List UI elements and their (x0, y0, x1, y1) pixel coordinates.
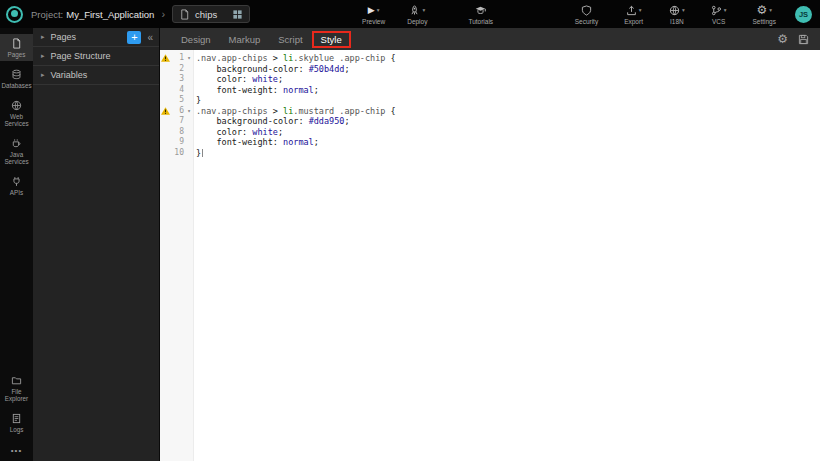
code-line[interactable]: 2 background-color: #50b4dd; (160, 64, 820, 75)
line-number: 6 (171, 106, 184, 117)
tab-script[interactable]: Script (269, 31, 311, 48)
code-text: .nav.app-chips > li.skyblue .app-chip { (194, 53, 396, 64)
sidebar-item-java-services[interactable]: Java Services (0, 134, 33, 168)
sidebar-item-pages[interactable]: Pages (0, 34, 33, 61)
database-icon (11, 69, 22, 80)
code-line[interactable]: 5} (160, 95, 820, 106)
style-code-editor[interactable]: 1▾.nav.app-chips > li.skyblue .app-chip … (160, 50, 820, 461)
fold-marker[interactable]: ▾ (184, 53, 194, 64)
more-options-button[interactable]: ••• (11, 440, 22, 457)
graduation-cap-icon (475, 5, 486, 16)
tab-style[interactable]: Style (312, 31, 351, 48)
chevron-down-icon[interactable]: ▾ (682, 7, 685, 13)
warning-icon[interactable] (160, 107, 171, 115)
code-line[interactable]: 1▾.nav.app-chips > li.skyblue .app-chip … (160, 53, 820, 64)
code-text: font-weight: normal; (194, 85, 319, 96)
sidebar-item-apis[interactable]: APIs (0, 172, 33, 199)
export-icon (626, 5, 637, 16)
chevron-down-icon[interactable]: ▾ (377, 7, 380, 13)
sidebar-item-label: Databases (1, 82, 32, 89)
line-number: 10 (171, 148, 184, 159)
settings-label: Settings (753, 18, 777, 25)
wavemaker-logo[interactable] (6, 6, 23, 23)
chevron-down-icon[interactable]: ▾ (639, 7, 642, 13)
save-icon[interactable] (798, 34, 809, 45)
code-text: .nav.app-chips > li.mustard .app-chip { (194, 106, 396, 117)
page-file-icon (179, 9, 190, 20)
vcs-button[interactable]: ▾ VCS (711, 4, 727, 25)
topbar: Project:My_First_Application › chips ▶ ▾… (0, 0, 820, 28)
user-avatar[interactable]: JS (795, 6, 812, 23)
tabbar-right-actions: ⚙ (777, 33, 820, 45)
preview-button[interactable]: ▶ ▾ Preview (362, 4, 385, 25)
code-text: } (194, 95, 201, 106)
sidebar-bottom: File Explorer Logs ••• (0, 371, 33, 461)
export-button[interactable]: ▾ Export (624, 4, 643, 25)
page-switcher-grid-icon[interactable] (232, 9, 243, 20)
topbar-right-actions: Security ▾ Export ▾ I18N (564, 4, 787, 25)
gear-icon: ⚙ (756, 4, 767, 16)
editor-tabbar: Design Markup Script Style ⚙ (160, 28, 820, 50)
fold-marker[interactable]: ▾ (184, 106, 194, 117)
chevron-down-icon[interactable]: ▾ (769, 7, 772, 13)
pages-icon (11, 38, 22, 49)
tab-markup[interactable]: Markup (220, 31, 270, 48)
code-line[interactable]: 3 color: white; (160, 74, 820, 85)
security-button[interactable]: Security (575, 4, 598, 25)
settings-button[interactable]: ⚙ ▾ Settings (753, 4, 777, 25)
text-cursor (202, 149, 203, 157)
sidebar-item-label: File Explorer (1, 388, 32, 402)
page-settings-gear-icon[interactable]: ⚙ (777, 33, 788, 45)
chevron-right-icon[interactable]: ▸ (41, 52, 45, 60)
code-lines: 1▾.nav.app-chips > li.skyblue .app-chip … (160, 50, 820, 158)
panel-section-pages[interactable]: ▸ Pages + « (33, 28, 159, 47)
panel-section-variables[interactable]: ▸ Variables (33, 66, 159, 85)
line-number: 3 (171, 74, 184, 85)
tab-design[interactable]: Design (172, 31, 220, 48)
line-number: 7 (171, 116, 184, 127)
project-name[interactable]: My_First_Application (66, 9, 154, 20)
add-page-button[interactable]: + (127, 31, 141, 44)
code-text: color: white; (194, 127, 283, 138)
security-label: Security (575, 18, 598, 25)
project-label: Project: (31, 9, 63, 20)
code-text: background-color: #50b4dd; (194, 64, 350, 75)
sidebar-item-web-services[interactable]: Web Services (0, 96, 33, 130)
code-line[interactable]: 9 font-weight: normal; (160, 137, 820, 148)
code-line[interactable]: 8 color: white; (160, 127, 820, 138)
open-page-tab[interactable]: chips (172, 5, 250, 23)
coffee-cup-icon (11, 138, 22, 149)
panel-section-page-structure[interactable]: ▸ Page Structure (33, 47, 159, 66)
code-text: background-color: #dda950; (194, 116, 350, 127)
branch-icon (711, 5, 722, 16)
chevron-down-icon[interactable]: ▾ (724, 7, 727, 13)
breadcrumb-chevron-icon: › (161, 8, 165, 20)
i18n-button[interactable]: ▾ I18N (669, 4, 685, 25)
chevron-right-icon[interactable]: ▸ (41, 71, 45, 79)
chevron-right-icon[interactable]: ▸ (41, 33, 45, 41)
page-tab-name: chips (195, 9, 227, 20)
globe-language-icon (669, 5, 680, 16)
panel-section-label: Variables (51, 70, 88, 80)
collapse-panel-button[interactable]: « (146, 32, 154, 43)
main-area: Design Markup Script Style ⚙ 1▾.nav.app-… (160, 28, 820, 461)
code-line[interactable]: 10} (160, 148, 820, 159)
tutorials-button[interactable]: Tutorials (468, 4, 493, 25)
code-line[interactable]: 4 font-weight: normal; (160, 85, 820, 96)
pages-panel: ▸ Pages + « ▸ Page Structure ▸ Variables (33, 28, 160, 461)
line-number: 4 (171, 85, 184, 96)
left-sidebar: Pages Databases Web Services Java Servic… (0, 28, 33, 461)
code-line[interactable]: 7 background-color: #dda950; (160, 116, 820, 127)
sidebar-item-databases[interactable]: Databases (0, 65, 33, 92)
code-line[interactable]: 6▾.nav.app-chips > li.mustard .app-chip … (160, 106, 820, 117)
web-services-globe-icon (11, 100, 22, 111)
sidebar-item-file-explorer[interactable]: File Explorer (0, 371, 33, 405)
sidebar-item-label: APIs (1, 189, 32, 196)
i18n-label: I18N (670, 18, 684, 25)
sidebar-item-logs[interactable]: Logs (0, 409, 33, 436)
chevron-down-icon[interactable]: ▾ (422, 7, 425, 13)
shield-icon (581, 5, 592, 16)
rocket-icon (409, 5, 420, 16)
deploy-button[interactable]: ▾ Deploy (407, 4, 427, 25)
warning-icon[interactable] (160, 54, 171, 62)
